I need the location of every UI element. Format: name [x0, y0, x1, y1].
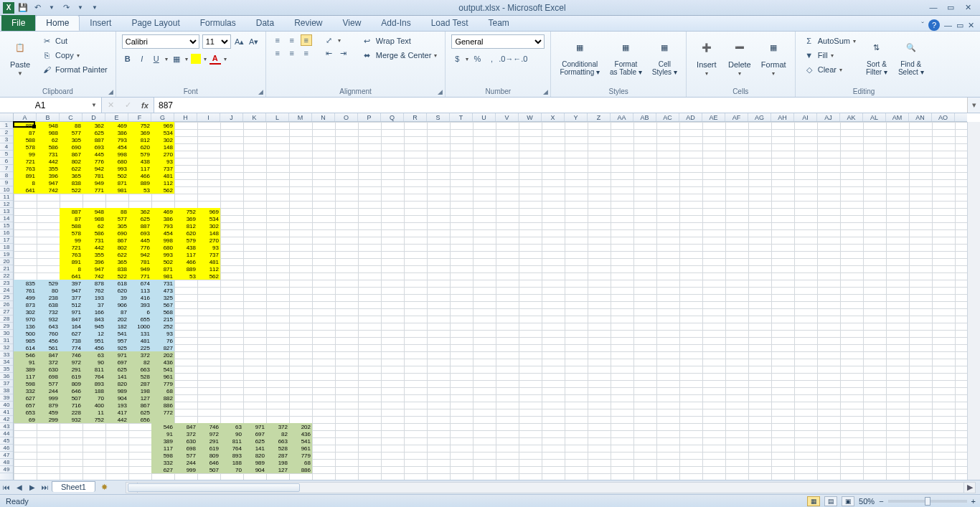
fx-icon[interactable]: fx: [136, 101, 154, 110]
decrease-font-icon[interactable]: A▾: [248, 36, 260, 47]
underline-button[interactable]: U: [151, 53, 162, 65]
find-icon: 🔍: [900, 36, 923, 59]
align-bottom-icon[interactable]: ≡: [301, 34, 312, 46]
tab-add-ins[interactable]: Add-Ins: [371, 15, 420, 31]
align-top-icon[interactable]: ≡: [272, 34, 283, 46]
chevron-down-icon[interactable]: ▼: [91, 102, 97, 108]
minimize-ribbon-icon[interactable]: ˇ: [921, 21, 924, 29]
tab-view[interactable]: View: [333, 15, 372, 31]
decrease-decimal-icon[interactable]: ←.0: [514, 53, 526, 65]
merge-center-button[interactable]: ⬌Merge & Center▾: [359, 49, 440, 62]
font-size-select[interactable]: 11: [202, 34, 231, 49]
border-button[interactable]: ▦: [171, 53, 182, 65]
group-label-editing: Editing: [801, 86, 927, 95]
currency-icon[interactable]: $: [451, 53, 463, 65]
cond-fmt-icon: ▦: [568, 36, 591, 59]
window-controls: — ▭ ✕: [921, 3, 980, 12]
file-tab[interactable]: File: [1, 15, 35, 31]
name-box-input[interactable]: [4, 100, 76, 110]
fill-button[interactable]: ▼Fill▾: [801, 49, 858, 62]
tab-data[interactable]: Data: [246, 15, 284, 31]
expand-formula-bar-icon[interactable]: ▾: [967, 98, 980, 113]
font-color-button[interactable]: A: [209, 53, 221, 65]
wrap-text-button[interactable]: ↩Wrap Text: [359, 34, 440, 47]
insert-cells-button[interactable]: ➕Insert▾: [692, 34, 721, 78]
comma-icon[interactable]: ,: [486, 53, 497, 65]
conditional-formatting-button[interactable]: ▦ConditionalFormatting ▾: [557, 34, 603, 77]
format-painter-button[interactable]: 🖌Format Painter: [39, 63, 110, 76]
align-left-icon[interactable]: ≡: [272, 47, 283, 59]
tab-formulas[interactable]: Formulas: [190, 15, 246, 31]
tab-review[interactable]: Review: [284, 15, 332, 31]
cancel-formula-icon[interactable]: ✕: [102, 100, 119, 110]
doc-close-icon[interactable]: ✕: [968, 21, 974, 30]
dialog-launcher-icon[interactable]: ◢: [258, 88, 263, 95]
tab-team[interactable]: Team: [478, 15, 519, 31]
redo-icon[interactable]: ↷: [60, 2, 72, 14]
formula-bar: ▼ ✕ ✓ fx ▾: [0, 98, 980, 113]
decrease-indent-icon[interactable]: ⇤: [324, 47, 335, 59]
number-format-select[interactable]: General: [451, 34, 545, 49]
wrap-text-label: Wrap Text: [376, 37, 411, 45]
doc-minimize-icon[interactable]: —: [944, 21, 952, 29]
undo-dropdown-icon[interactable]: ▼: [46, 2, 57, 14]
ribbon-tabs: File HomeInsertPage LayoutFormulasDataRe…: [0, 16, 980, 32]
align-middle-icon[interactable]: ≡: [286, 34, 298, 46]
increase-indent-icon[interactable]: ⇥: [338, 47, 349, 59]
redo-dropdown-icon[interactable]: ▼: [75, 2, 86, 14]
insert-icon: ➕: [695, 36, 718, 59]
copy-icon: ⎘: [41, 49, 52, 61]
dialog-launcher-icon[interactable]: ◢: [543, 88, 548, 95]
increase-decimal-icon[interactable]: .0→: [500, 53, 512, 65]
qat-customize-icon[interactable]: ▼: [89, 2, 100, 14]
ribbon: 📋 Paste ▼ ✂Cut ⎘Copy▾ 🖌Format Painter Cl…: [0, 32, 980, 98]
group-label-cells: Cells: [692, 86, 789, 95]
group-alignment: ≡ ≡ ≡ ⤢▾ ≡ ≡ ≡ ⇤ ⇥ ↩Wrap Text ⬌Merge & C…: [266, 32, 446, 97]
minimize-icon[interactable]: —: [927, 3, 940, 12]
close-icon[interactable]: ✕: [961, 3, 974, 12]
find-select-button[interactable]: 🔍Find &Select ▾: [895, 34, 927, 77]
clear-button[interactable]: ◇Clear▾: [801, 63, 858, 76]
doc-restore-icon[interactable]: ▭: [956, 21, 963, 30]
fill-color-button[interactable]: [191, 54, 201, 64]
cell-styles-button[interactable]: ▦CellStyles ▾: [649, 34, 680, 77]
title-bar: X 💾 ↶ ▼ ↷ ▼ ▼ output.xlsx - Microsoft Ex…: [0, 0, 980, 16]
restore-icon[interactable]: ▭: [944, 3, 957, 12]
dialog-launcher-icon[interactable]: ◢: [108, 88, 113, 95]
undo-icon[interactable]: ↶: [32, 2, 43, 14]
cell-styles-label: CellStyles ▾: [652, 60, 677, 76]
italic-button[interactable]: I: [136, 53, 148, 65]
tab-insert[interactable]: Insert: [80, 15, 121, 31]
increase-font-icon[interactable]: A▴: [234, 36, 245, 47]
cut-button[interactable]: ✂Cut: [39, 34, 110, 47]
accept-formula-icon[interactable]: ✓: [119, 100, 136, 110]
format-as-table-button[interactable]: ▦Formatas Table ▾: [607, 34, 645, 77]
align-right-icon[interactable]: ≡: [301, 47, 312, 59]
autosum-button[interactable]: ΣAutoSum▾: [801, 34, 858, 47]
paste-button[interactable]: 📋 Paste ▼: [6, 34, 34, 78]
group-label-font: Font: [122, 86, 260, 95]
tab-page-layout[interactable]: Page Layout: [121, 15, 189, 31]
bold-button[interactable]: B: [122, 53, 133, 65]
copy-button[interactable]: ⎘Copy▾: [39, 49, 110, 62]
orientation-icon[interactable]: ⤢: [324, 34, 335, 46]
tab-home[interactable]: Home: [35, 15, 80, 31]
format-label: Format: [761, 60, 786, 69]
dialog-launcher-icon[interactable]: ◢: [438, 88, 443, 95]
help-icon[interactable]: ?: [928, 19, 940, 31]
font-name-select[interactable]: Calibri: [122, 34, 199, 49]
sort-filter-button[interactable]: ⇅Sort &Filter ▾: [862, 34, 891, 77]
find-select-label: Find &Select ▾: [898, 60, 924, 76]
formula-input[interactable]: [154, 98, 967, 113]
name-box[interactable]: ▼: [0, 98, 102, 113]
format-cells-button[interactable]: ▦Format▾: [758, 34, 789, 78]
percent-icon[interactable]: %: [471, 53, 483, 65]
merge-icon: ⬌: [362, 49, 373, 61]
tab-load-test[interactable]: Load Test: [421, 15, 479, 31]
save-icon[interactable]: 💾: [17, 2, 29, 14]
insert-label: Insert: [697, 60, 717, 69]
fill-label: Fill: [818, 51, 828, 60]
align-center-icon[interactable]: ≡: [286, 47, 298, 59]
copy-label: Copy: [55, 51, 74, 60]
delete-cells-button[interactable]: ➖Delete▾: [725, 34, 754, 78]
